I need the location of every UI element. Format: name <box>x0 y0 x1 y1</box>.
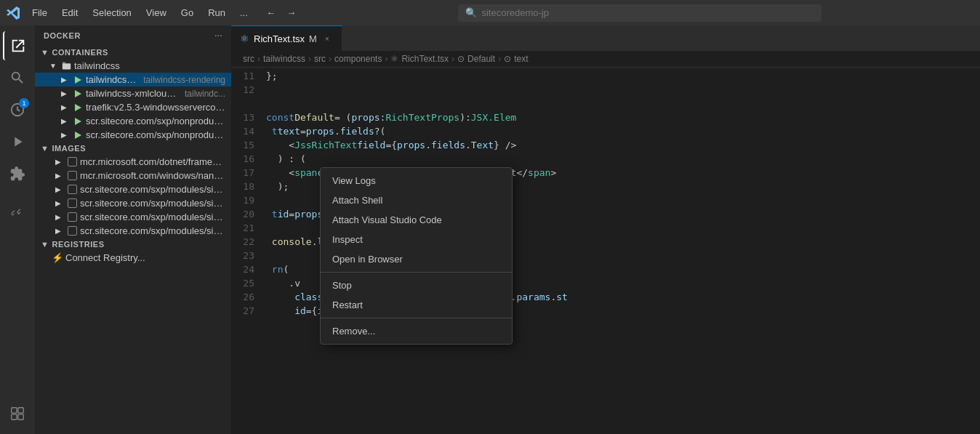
attach-vscode-item[interactable]: Attach Visual Studio Code <box>321 210 512 230</box>
view-logs-item[interactable]: View Logs <box>321 171 512 190</box>
tree-item-image6[interactable]: ▶ scr.sitecore.com/sxp/modules/sitecore <box>35 224 231 238</box>
image4-chevron-icon: ▶ <box>55 199 64 207</box>
tree-item-tailwindcss[interactable]: ▼ tailwindcss <box>35 59 231 73</box>
activity-source-control[interactable]: 1 <box>3 95 32 124</box>
menu-view[interactable]: View <box>140 4 172 21</box>
tree-item-xmlcloud[interactable]: ▶ tailwindcss-xmlcloud-cm:1.0.1 tailwind… <box>35 87 231 100</box>
rendering-chevron-icon: ▶ <box>61 76 70 84</box>
svg-marker-6 <box>75 76 81 84</box>
source-control-badge: 1 <box>19 98 29 108</box>
sitecore2-label: scr.sitecore.com/sxp/nonproduction/ <box>86 129 225 140</box>
sidebar-more-button[interactable]: ··· <box>214 31 222 40</box>
nav-back-button[interactable]: ← <box>262 4 280 22</box>
inspect-item[interactable]: Inspect <box>321 230 512 249</box>
restart-item[interactable]: Restart <box>321 295 512 315</box>
tree-item-image3[interactable]: ▶ scr.sitecore.com/sxp/modules/sitecore <box>35 182 231 196</box>
svg-rect-5 <box>62 63 70 69</box>
code-line-11: }; <box>260 69 980 83</box>
traefik-chevron-icon: ▶ <box>61 103 70 111</box>
xmlcloud-running-icon <box>73 89 83 99</box>
code-line-empty <box>260 97 980 110</box>
code-line-13: const Default = (props: RichTextProps): … <box>260 110 980 124</box>
activity-run-debug[interactable] <box>3 127 32 156</box>
sitecore1-running-icon <box>73 116 83 126</box>
registries-chevron-icon: ▼ <box>41 240 49 249</box>
activity-explorer[interactable] <box>3 31 32 60</box>
bc-src2: src <box>314 54 326 64</box>
menu-more[interactable]: ... <box>234 4 254 21</box>
vscode-logo <box>6 6 20 20</box>
image6-chevron-icon: ▶ <box>55 227 64 235</box>
nav-forward-button[interactable]: → <box>283 4 300 22</box>
tab-file-icon: ⚛ <box>240 33 249 44</box>
sidebar-content: ▼ CONTAINERS ▼ tailwindcss ▶ tailwindcss… <box>35 46 231 434</box>
remove-item[interactable]: Remove... <box>321 321 512 341</box>
plug-icon: ⚡ <box>52 253 63 263</box>
images-section[interactable]: ▼ IMAGES <box>35 142 231 155</box>
xmlcloud-chevron-icon: ▶ <box>61 89 70 97</box>
bc-src: src <box>243 54 254 64</box>
xmlcloud-label: tailwindcss-xmlcloud-cm:1.0.1 <box>86 88 179 99</box>
search-input[interactable] <box>481 7 814 18</box>
search-bar[interactable]: 🔍 <box>458 4 822 22</box>
rendering-secondary-label: tailwindcss-rendering <box>143 75 225 85</box>
bc-tailwindcss: tailwindcss <box>263 54 305 64</box>
tree-item-image1[interactable]: ▶ mcr.microsoft.com/dotnet/framework/ <box>35 155 231 169</box>
svg-rect-2 <box>12 414 17 419</box>
attach-shell-item[interactable]: Attach Shell <box>321 190 512 210</box>
svg-rect-0 <box>12 408 17 413</box>
tree-item-connect-registry[interactable]: ⚡ Connect Registry... <box>35 251 231 265</box>
menu-edit[interactable]: Edit <box>56 4 84 21</box>
open-browser-item[interactable]: Open in Browser <box>321 249 512 269</box>
tree-item-sitecore1[interactable]: ▶ scr.sitecore.com/sxp/nonproduction/ <box>35 114 231 128</box>
image4-icon <box>67 198 77 209</box>
menu-separator-2 <box>321 318 512 318</box>
bc-symbol-icon2: ⊙ <box>504 54 511 64</box>
tailwindcss-label: tailwindcss <box>74 60 120 71</box>
activity-extensions[interactable] <box>3 159 32 188</box>
context-menu: View Logs Attach Shell Attach Visual Stu… <box>320 167 513 345</box>
containers-chevron-icon: ▼ <box>41 48 49 57</box>
editor-area: ⚛ RichText.tsx M × src › tailwindcss › s… <box>231 25 980 434</box>
nav-buttons: ← → <box>262 4 300 22</box>
registries-section[interactable]: ▼ REGISTRIES <box>35 238 231 251</box>
bc-symbol-icon: ⊙ <box>457 54 465 64</box>
menu-bar: File Edit Selection View Go Run ... <box>26 4 254 21</box>
tree-item-image2[interactable]: ▶ mcr.microsoft.com/windows/nanoserv <box>35 169 231 182</box>
image5-label: scr.sitecore.com/sxp/modules/sitecore <box>80 212 225 222</box>
tree-item-rendering[interactable]: ▶ tailwindcss-rendering:1.0.1 tailwindcs… <box>35 73 231 87</box>
sitecore1-label: scr.sitecore.com/sxp/nonproduction/ <box>86 116 225 126</box>
tree-item-sitecore2[interactable]: ▶ scr.sitecore.com/sxp/nonproduction/ <box>35 128 231 142</box>
activity-remote-explorer[interactable] <box>3 399 32 428</box>
activity-bar: 1 <box>0 25 35 434</box>
containers-section[interactable]: ▼ CONTAINERS <box>35 46 231 59</box>
svg-marker-10 <box>75 132 81 139</box>
tree-item-image4[interactable]: ▶ scr.sitecore.com/sxp/modules/sitecore <box>35 196 231 210</box>
stop-item[interactable]: Stop <box>321 276 512 295</box>
bc-components: components <box>334 54 382 64</box>
sitecore1-chevron-icon: ▶ <box>61 117 70 125</box>
sitecore2-chevron-icon: ▶ <box>61 131 70 139</box>
menu-selection[interactable]: Selection <box>87 4 137 21</box>
image3-chevron-icon: ▶ <box>55 185 64 193</box>
menu-separator-1 <box>321 272 512 273</box>
tab-richtext[interactable]: ⚛ RichText.tsx M × <box>231 25 342 51</box>
menu-file[interactable]: File <box>26 4 53 21</box>
tree-item-image5[interactable]: ▶ scr.sitecore.com/sxp/modules/sitecore <box>35 210 231 224</box>
bc-default: Default <box>467 54 495 64</box>
registries-label: REGISTRIES <box>52 240 104 249</box>
main-container: 1 DOCKER ··· ▼ CONTAINERS ▼ <box>0 25 980 434</box>
tab-close-button[interactable]: × <box>321 33 333 44</box>
containers-label: CONTAINERS <box>52 48 108 57</box>
image2-label: mcr.microsoft.com/windows/nanoserv <box>80 170 225 181</box>
activity-search[interactable] <box>3 63 32 92</box>
connect-registry-label: Connect Registry... <box>65 252 145 263</box>
tree-item-traefik[interactable]: ▶ traefik:v2.5.3-windowsservercore-180 <box>35 100 231 114</box>
activity-docker[interactable] <box>3 197 32 226</box>
menu-go[interactable]: Go <box>175 4 199 21</box>
svg-rect-1 <box>18 408 23 413</box>
menu-run[interactable]: Run <box>202 4 231 21</box>
image2-icon <box>67 171 77 181</box>
image1-label: mcr.microsoft.com/dotnet/framework/ <box>80 156 225 167</box>
svg-marker-7 <box>75 90 81 97</box>
